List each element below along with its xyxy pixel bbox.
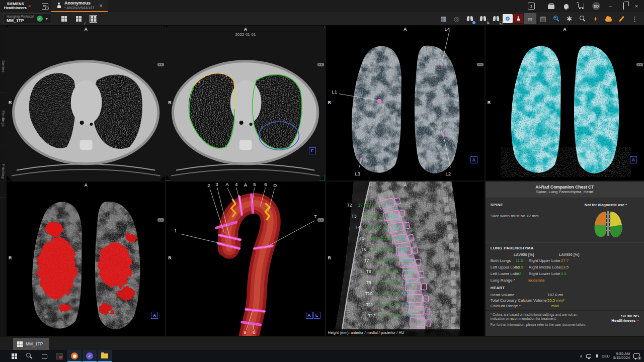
aorta-plane-label-1[interactable]: 1 xyxy=(174,228,177,233)
vertebra-row: T1126 / 23 / 28/ 122 xyxy=(366,299,414,310)
aorta-plane-label-a[interactable]: A xyxy=(225,182,228,187)
file-explorer-button[interactable] xyxy=(98,350,112,362)
orientation-anterior: A xyxy=(244,183,248,188)
row-label: Right Middle Lobe xyxy=(529,265,561,269)
patient-tab[interactable]: Anonymous * ANONJVN44/18T × xyxy=(51,0,108,12)
contour-edit-tool[interactable] xyxy=(602,13,615,24)
orientation-badge[interactable]: A xyxy=(151,312,158,319)
patient-search-button[interactable] xyxy=(38,0,51,12)
nodule-marker-label-l1[interactable]: L1 xyxy=(332,89,338,95)
taskbar-clock[interactable]: 9:55 AM 5/15/2024 xyxy=(613,352,630,360)
report-card-tool[interactable]: ▤ xyxy=(537,13,549,24)
scroll-grip[interactable] xyxy=(157,218,164,222)
aorta-plane-label-8[interactable]: 8 xyxy=(253,329,255,335)
orientation-badge[interactable]: A xyxy=(470,156,477,163)
app-syngo-button[interactable] xyxy=(67,350,82,362)
vertebra-row: T319 / 19 / 22/ 112 xyxy=(352,211,414,222)
link-series-tool[interactable]: ∞ xyxy=(524,13,536,24)
pen-annotation-tool[interactable] xyxy=(615,13,628,24)
speaker-icon[interactable] xyxy=(596,354,598,357)
orientation-badge[interactable]: A xyxy=(630,156,637,163)
start-button[interactable] xyxy=(7,350,21,362)
network-icon[interactable] xyxy=(586,354,591,358)
add-marker-tool[interactable]: + xyxy=(589,13,602,24)
workflow-briefcase-button[interactable] xyxy=(544,3,557,9)
sidebar-tab-series[interactable]: Series xyxy=(0,41,7,93)
magnifier-tool[interactable] xyxy=(576,13,589,24)
scroll-grip[interactable] xyxy=(636,63,643,66)
viewport-aorta-3d[interactable]: A R 1 2 3 A 4 5 6 D 7 8 9 A L xyxy=(166,182,325,336)
mouse-functions-tool[interactable]: ▦ xyxy=(437,13,450,24)
close-button[interactable]: × xyxy=(631,3,642,9)
row-value: 27.7 xyxy=(561,258,569,263)
lung-compare-tool[interactable]: ⇅ xyxy=(476,13,489,24)
notification-count-button[interactable]: 1 xyxy=(525,3,538,10)
close-patient-icon[interactable]: × xyxy=(100,3,103,9)
task-view-button[interactable] xyxy=(37,350,51,362)
viewport-vrt-red-overlay[interactable]: A R A xyxy=(7,182,165,336)
restore-button[interactable] xyxy=(618,3,629,9)
ai-rad-companion-tool[interactable] xyxy=(513,14,523,23)
viewport-coronal-mip[interactable]: A R L1 L4 L3 L2 A xyxy=(326,26,485,180)
aorta-plane-label-9[interactable]: 9 xyxy=(244,329,246,335)
aorta-plane-label-d[interactable]: D xyxy=(273,183,277,188)
more-options-button[interactable]: ⋮ xyxy=(628,13,641,24)
hanging-protocol-dropdown[interactable]: Hanging Protocol MM_1TP ✓ ▾ xyxy=(3,13,51,24)
check-icon: ✓ xyxy=(37,16,43,22)
lung-analysis-tool[interactable] xyxy=(463,13,476,24)
vertebra-row: T1024 / 20 / 25/ 122 xyxy=(365,288,414,299)
layout-icon xyxy=(17,341,23,347)
orientation-badge-l[interactable]: L xyxy=(313,312,320,319)
marketplace-button[interactable] xyxy=(575,5,588,8)
user-menu-button[interactable]: DD xyxy=(590,2,603,10)
alerts-button[interactable] xyxy=(559,4,573,9)
vertebra-row: T420 / 20 / 22/ 136 xyxy=(356,222,414,233)
action-center-icon[interactable]: 1 xyxy=(633,353,640,358)
nodule-marker-label-l4[interactable]: L4 xyxy=(445,26,450,32)
viewport-sagittal-spine[interactable]: A R T217 / 17 / 19/ 174 T319 / 19 / 22/ … xyxy=(326,182,485,336)
layout-load-button[interactable] xyxy=(58,13,70,24)
spine-legend: Height (mm): anterior / medial / posteri… xyxy=(326,329,485,336)
vrt-red-image xyxy=(7,182,165,336)
scroll-grip[interactable] xyxy=(317,218,324,222)
layout-grid-button[interactable] xyxy=(87,13,100,24)
zoom-in-tool[interactable]: + xyxy=(550,13,562,24)
aorta-plane-label-4[interactable]: 4 xyxy=(235,182,237,187)
scroll-grip[interactable] xyxy=(477,63,484,66)
app-secure-button[interactable]: ✓ xyxy=(83,350,97,362)
auto-center-tool[interactable]: ◎ xyxy=(450,13,463,24)
aorta-plane-label-6[interactable]: 6 xyxy=(264,182,267,187)
app-remote-button[interactable] xyxy=(52,350,66,362)
aorta-plane-label-5[interactable]: 5 xyxy=(253,182,256,187)
taskbar-search-button[interactable] xyxy=(22,350,36,362)
scroll-grip[interactable] xyxy=(157,63,164,66)
frame-badge[interactable]: F xyxy=(309,147,316,154)
keyboard-language[interactable]: DEU xyxy=(602,354,610,358)
avatar: DD xyxy=(592,2,600,10)
scroll-grip[interactable] xyxy=(317,63,324,66)
sidebar-tab-label: Series xyxy=(1,60,6,72)
zoom-plus-icon: + xyxy=(553,16,559,22)
minimize-button[interactable]: – xyxy=(605,3,616,9)
orientation-star-tool[interactable]: ∗ xyxy=(563,13,576,24)
windows-logo-icon xyxy=(12,353,17,359)
aorta-plane-label-3[interactable]: 3 xyxy=(215,182,218,187)
contour-cloud-icon xyxy=(605,18,612,22)
aorta-plane-label-7[interactable]: 7 xyxy=(314,214,316,219)
nodule-marker-label-l2[interactable]: L2 xyxy=(446,171,451,176)
viewport-vrt-cyan-lungs[interactable]: A R A xyxy=(486,26,644,180)
hidden-icons-chevron[interactable]: ∧ xyxy=(580,354,583,358)
sidebar-tab-printing[interactable]: Printing xyxy=(0,145,7,198)
aorta-plane-label-2[interactable]: 2 xyxy=(207,183,210,188)
orientation-badge-a[interactable]: A xyxy=(306,312,313,319)
nodule-display-tool[interactable] xyxy=(503,14,513,23)
viewport-results-panel[interactable]: AI-Rad Companion Chest CT Spine, Lung Pa… xyxy=(486,182,644,336)
nodule-marker-label-l3[interactable]: L3 xyxy=(355,171,361,176)
viewport-axial-ct-contours[interactable]: A 2022-01-01 R F xyxy=(166,26,325,180)
layout-tab-mm1tp[interactable]: MM_1TP xyxy=(13,338,49,350)
lung-export-tool[interactable]: ◱ xyxy=(490,13,502,24)
viewport-axial-ct[interactable]: A R xyxy=(7,26,165,180)
briefcase-icon xyxy=(548,5,554,9)
sidebar-tab-findings[interactable]: Findings xyxy=(0,93,7,145)
layout-edit-button[interactable]: / xyxy=(72,13,85,24)
